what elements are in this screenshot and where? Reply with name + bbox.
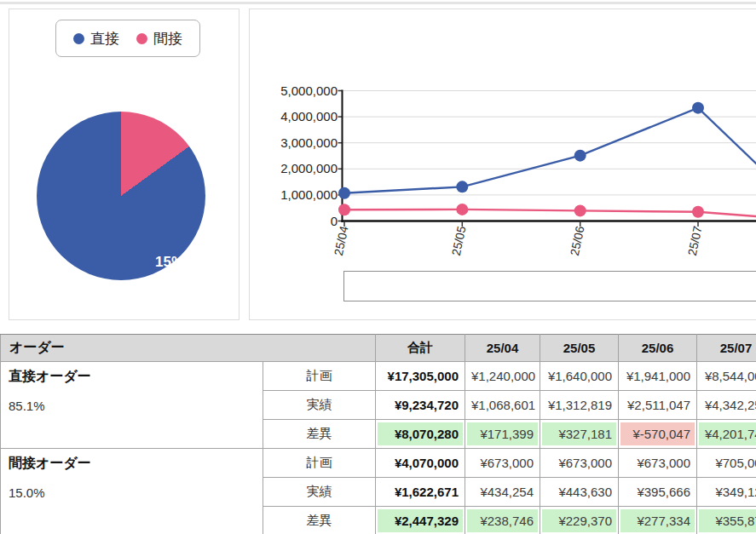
line-chart-card: 5,000,0004,000,0003,000,0002,000,0001,00… — [249, 9, 756, 320]
table-row: 間接オーダー15.0%計画¥4,070,000¥673,000¥673,000¥… — [1, 449, 756, 478]
value-cell: ¥434,254 — [465, 478, 540, 507]
value-cell: ¥277,334 — [619, 507, 697, 534]
value-cell: ¥705,000 — [697, 449, 756, 478]
pie-chart[interactable]: 15% 85.1% — [37, 112, 205, 280]
variance-chip: ¥355,879 — [699, 509, 756, 532]
value-cell: ¥4,342,253 — [697, 391, 756, 420]
series-line-直接 — [344, 108, 756, 221]
value-cell: ¥229,370 — [540, 507, 619, 534]
group-percent: 85.1% — [9, 391, 263, 420]
data-point-直接[interactable] — [574, 150, 586, 162]
table-corner-header: オーダー — [1, 335, 376, 362]
data-point-間接[interactable] — [574, 204, 586, 216]
value-cell: ¥1,640,000 — [540, 362, 619, 391]
pie-chart-card: 直接間接 15% 85.1% — [9, 9, 239, 320]
row-label-cell: 実績 — [263, 391, 376, 420]
y-tick-label: 2,000,000 — [265, 161, 338, 176]
column-header-25/06: 25/06 — [619, 335, 697, 362]
pie-slice-label-indirect: 15% — [155, 254, 184, 271]
value-cell: ¥8,544,000 — [697, 362, 756, 391]
data-point-間接[interactable] — [692, 206, 704, 218]
column-header-合計: 合計 — [376, 335, 465, 362]
row-label-cell: 差異 — [263, 420, 376, 449]
column-header-25/07: 25/07 — [697, 335, 756, 362]
table-header-row: オーダー 合計25/0425/0525/0625/07 — [1, 335, 756, 362]
row-label-cell: 計画 — [263, 449, 376, 478]
variance-chip: ¥4,201,747 — [699, 422, 756, 445]
y-tick-label: 1,000,000 — [265, 187, 338, 203]
row-label-cell: 計画 — [263, 362, 376, 391]
value-cell: ¥673,000 — [619, 449, 697, 478]
value-cell: ¥1,312,819 — [540, 391, 619, 420]
legend-item-間接[interactable]: 間接 — [136, 29, 182, 49]
value-cell: ¥2,511,047 — [619, 391, 697, 420]
y-tick-label: 0 — [265, 214, 338, 229]
dashboard: { "colors": { "direct": "#3b5da7", "indi… — [0, 0, 756, 534]
value-cell: ¥673,000 — [465, 449, 540, 478]
value-cell: ¥238,746 — [465, 507, 540, 534]
data-point-間接[interactable] — [456, 204, 468, 215]
group-cell: 間接オーダー15.0% — [1, 449, 263, 534]
y-tick-label: 4,000,000 — [265, 109, 338, 124]
group-name: 直接オーダー — [9, 362, 263, 391]
legend-item-直接[interactable]: 直接 — [73, 29, 119, 49]
value-cell: ¥-570,047 — [619, 420, 697, 449]
legend-item-label: 間接 — [153, 29, 182, 49]
data-point-直接[interactable] — [456, 181, 468, 192]
variance-chip: ¥8,070,280 — [378, 422, 463, 445]
column-header-25/05: 25/05 — [540, 335, 619, 362]
variance-chip: ¥327,181 — [542, 422, 616, 445]
variance-chip: ¥171,399 — [467, 422, 538, 445]
legend-item-label: 直接 — [90, 29, 119, 49]
legend-dot-icon — [73, 33, 84, 44]
value-cell: ¥1,240,000 — [465, 362, 540, 391]
row-label-cell: 差異 — [263, 507, 376, 534]
value-cell: ¥8,070,280 — [376, 420, 465, 449]
order-table: オーダー 合計25/0425/0525/0625/07 直接オーダー85.1%計… — [0, 334, 756, 534]
legend-dot-icon — [136, 33, 147, 44]
row-label-cell: 実績 — [263, 478, 376, 507]
group-cell: 直接オーダー85.1% — [1, 362, 263, 449]
value-cell: ¥355,879 — [697, 507, 756, 534]
top-divider — [0, 2, 756, 4]
value-cell: ¥17,305,000 — [376, 362, 465, 391]
value-cell: ¥171,399 — [465, 420, 540, 449]
variance-chip: ¥238,746 — [467, 509, 538, 532]
value-cell: ¥9,234,720 — [376, 391, 465, 420]
data-point-間接[interactable] — [338, 204, 350, 215]
value-cell: ¥1,622,671 — [376, 478, 465, 507]
value-cell: ¥349,121 — [697, 478, 756, 507]
table-row: 直接オーダー85.1%計画¥17,305,000¥1,240,000¥1,640… — [1, 362, 756, 391]
value-cell: ¥443,630 — [540, 478, 619, 507]
group-percent: 15.0% — [9, 478, 263, 507]
data-point-直接[interactable] — [338, 187, 350, 199]
variance-chip: ¥229,370 — [542, 509, 616, 532]
variance-chip: ¥-570,047 — [620, 422, 695, 445]
data-point-直接[interactable] — [692, 102, 704, 114]
value-cell: ¥2,447,329 — [376, 507, 465, 534]
variance-chip: ¥2,447,329 — [378, 509, 463, 532]
pie-legend: 直接間接 — [55, 20, 200, 57]
y-tick-label: 5,000,000 — [265, 83, 338, 99]
value-cell: ¥395,666 — [619, 478, 697, 507]
value-cell: ¥4,201,747 — [697, 420, 756, 449]
value-cell: ¥1,941,000 — [619, 362, 697, 391]
group-name: 間接オーダー — [9, 449, 263, 478]
axis-title-box — [343, 271, 756, 301]
column-header-25/04: 25/04 — [465, 335, 540, 362]
value-cell: ¥1,068,601 — [465, 391, 540, 420]
value-cell: ¥327,181 — [540, 420, 619, 449]
variance-chip: ¥277,334 — [620, 509, 695, 532]
value-cell: ¥673,000 — [540, 449, 619, 478]
y-tick-label: 3,000,000 — [265, 135, 338, 151]
value-cell: ¥4,070,000 — [376, 449, 465, 478]
